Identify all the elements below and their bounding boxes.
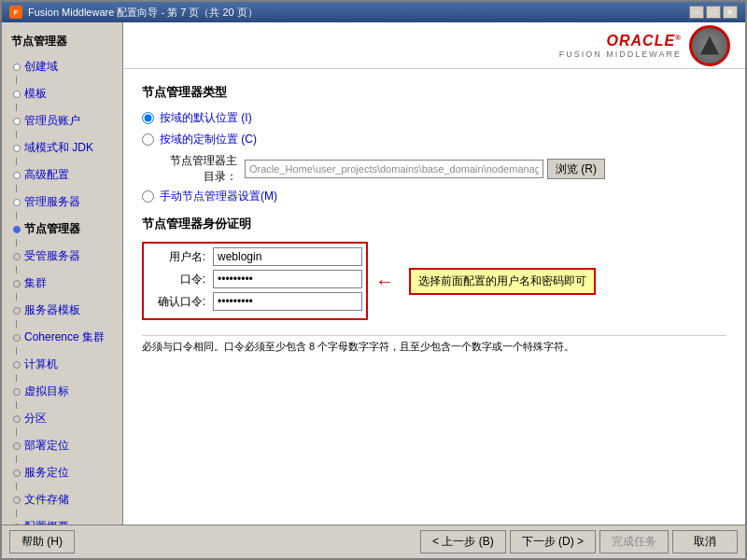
sidebar-dot [13,442,21,450]
sidebar-dot [13,118,21,125]
sidebar-link[interactable]: 管理服务器 [24,194,80,210]
password-input[interactable] [213,270,362,288]
username-input[interactable] [213,247,362,266]
connector [16,510,17,517]
dir-input[interactable] [245,160,543,178]
help-button[interactable]: 帮助 (H) [9,530,75,553]
sidebar-dot [13,280,21,287]
connector [16,428,17,436]
sidebar-item-partition[interactable]: 分区 [6,409,119,428]
sidebar-item-template[interactable]: 模板 [6,84,119,104]
oracle-text: ORACLE® FUSION MIDDLEWARE [559,33,682,59]
connector [16,347,17,355]
credentials-row: 用户名: 口令: 确认口令: [142,242,726,320]
connector [16,374,17,382]
radio-manual-label: 手动节点管理器设置(M) [160,189,277,204]
connector [16,320,17,328]
radio-custom-label: 按域的定制位置 (C) [160,132,257,147]
connector [16,77,17,84]
sidebar-item-deployment-target[interactable]: 部署定位 [6,436,119,455]
oracle-brand: ORACLE® [559,33,682,49]
username-label: 用户名: [148,249,213,265]
nav-buttons: < 上一步 (B) 下一步 (D) > 完成任务 取消 [420,530,738,553]
sidebar-dot [13,199,21,206]
radio-default-location[interactable]: 按域的默认位置 (I) [142,110,726,126]
sidebar-item-virtual-target[interactable]: 虚拟目标 [6,382,119,401]
sidebar-item-create-domain[interactable]: 创建域 [6,57,119,77]
app-icon: F [9,6,22,19]
dir-label: 节点管理器主目录： [161,153,245,185]
section2-title: 节点管理器身份证明 [142,216,726,232]
title-bar-left: F Fusion Middleware 配置向导 - 第 7 页（共 20 页） [9,6,258,20]
radio-custom-location[interactable]: 按域的定制位置 (C) [142,132,726,147]
cancel-button[interactable]: 取消 [672,530,738,553]
oracle-logo: ORACLE® FUSION MIDDLEWARE [559,25,730,66]
radio-default-location-input[interactable] [142,112,154,124]
sidebar-item-machine[interactable]: 计算机 [6,355,119,374]
sidebar-link[interactable]: 节点管理器 [24,221,80,237]
sidebar-link[interactable]: Coherence 集群 [24,329,105,345]
sidebar-link[interactable]: 高级配置 [24,167,69,183]
sidebar-item-managed-server[interactable]: 受管服务器 [6,246,119,266]
sidebar-item-domain-jdk[interactable]: 域模式和 JDK [6,138,119,158]
sidebar-item-node-manager[interactable]: 节点管理器 [6,219,119,239]
radio-manual[interactable]: 手动节点管理器设置(M) [142,189,726,204]
sidebar-link[interactable]: 受管服务器 [24,248,80,264]
password-label: 口令: [148,272,213,287]
sidebar-dot [13,524,21,525]
minimize-button[interactable]: ─ [689,6,704,19]
connector [16,131,17,138]
main-content: 节点管理器 创建域 模板 管理员账户 域模式和 JDK [2,22,745,525]
sidebar-item-admin-server[interactable]: 管理服务器 [6,192,119,212]
sidebar-item-service-target[interactable]: 服务定位 [6,463,119,483]
sidebar-item-config-overview[interactable]: 配置概要 [6,517,119,525]
sidebar-dot [13,253,21,260]
sidebar-dot [13,415,21,423]
oracle-subtitle: FUSION MIDDLEWARE [559,49,682,59]
close-button[interactable]: ✕ [723,6,738,19]
maximize-button[interactable]: □ [706,6,721,19]
radio-custom-location-input[interactable] [142,133,154,146]
sidebar-link[interactable]: 服务定位 [24,465,69,481]
sidebar-dot [13,91,21,98]
finish-button[interactable]: 完成任务 [599,530,669,553]
connector [16,212,17,219]
sidebar-dot [13,145,21,152]
browse-button[interactable]: 浏览 (R) [547,159,605,179]
sidebar-item-admin-account[interactable]: 管理员账户 [6,111,119,131]
connector [16,239,17,246]
sidebar-link[interactable]: 服务器模板 [24,302,80,318]
connector [16,158,17,165]
confirm-label: 确认口令: [148,294,213,310]
tooltip-text: 选择前面配置的用户名和密码即可 [418,274,586,287]
sidebar-link[interactable]: 创建域 [24,59,58,75]
sidebar-item-server-template[interactable]: 服务器模板 [6,301,119,320]
content-area: ORACLE® FUSION MIDDLEWARE 节点管理器类型 按域的默认位… [123,22,745,525]
sidebar-link[interactable]: 管理员账户 [24,113,80,129]
credentials-inputs: 用户名: 口令: 确认口令: [142,242,368,320]
radio-manual-input[interactable] [142,190,154,203]
sidebar-link[interactable]: 配置概要 [24,519,69,525]
sidebar-link[interactable]: 虚拟目标 [24,384,69,399]
sidebar-link[interactable]: 部署定位 [24,438,69,454]
sidebar-item-cluster[interactable]: 集群 [6,273,119,293]
sidebar-dot [13,361,21,369]
username-row: 用户名: [148,247,362,266]
sidebar-dot [13,172,21,179]
sidebar-link[interactable]: 文件存储 [24,492,69,508]
form-area: 节点管理器类型 按域的默认位置 (I) 按域的定制位置 (C) 节点管理器主目录… [123,69,745,525]
connector [16,483,17,490]
next-button[interactable]: 下一步 (D) > [510,530,596,553]
prev-button[interactable]: < 上一步 (B) [420,530,506,553]
sidebar-link[interactable]: 集群 [24,275,47,291]
sidebar-item-coherence-cluster[interactable]: Coherence 集群 [6,328,119,347]
confirm-input[interactable] [213,292,362,311]
sidebar-link[interactable]: 模板 [24,86,47,102]
sidebar-link[interactable]: 计算机 [24,357,58,372]
sidebar-link[interactable]: 域模式和 JDK [24,140,93,156]
sidebar-item-advanced-config[interactable]: 高级配置 [6,165,119,185]
sidebar-item-file-store[interactable]: 文件存储 [6,490,119,510]
sidebar-link[interactable]: 分区 [24,411,47,427]
oracle-header: ORACLE® FUSION MIDDLEWARE [123,22,745,69]
connector [16,401,17,409]
